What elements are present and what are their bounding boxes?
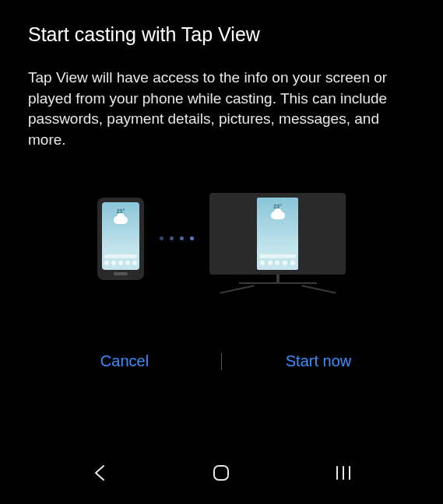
recents-button[interactable] (332, 461, 355, 485)
home-icon (213, 464, 230, 481)
dialog-title: Start casting with Tap View (28, 23, 415, 46)
recents-icon (335, 465, 352, 481)
connection-dots-icon (160, 236, 194, 240)
casting-illustration: 23° (28, 193, 415, 284)
tv-icon: 23° (209, 193, 346, 284)
dialog-description: Tap View will have access to the info on… (28, 68, 415, 150)
cloud-icon (114, 216, 128, 224)
svg-rect-0 (214, 466, 228, 480)
cast-permission-dialog: Start casting with Tap View Tap View wil… (0, 0, 443, 378)
back-icon (93, 464, 106, 481)
back-button[interactable] (88, 461, 111, 485)
cancel-button[interactable]: Cancel (28, 345, 221, 378)
phone-icon: 23° (97, 198, 144, 280)
home-button[interactable] (209, 461, 233, 485)
dialog-buttons: Cancel Start now (28, 345, 415, 378)
start-now-button[interactable]: Start now (222, 345, 415, 378)
navigation-bar (0, 450, 443, 496)
